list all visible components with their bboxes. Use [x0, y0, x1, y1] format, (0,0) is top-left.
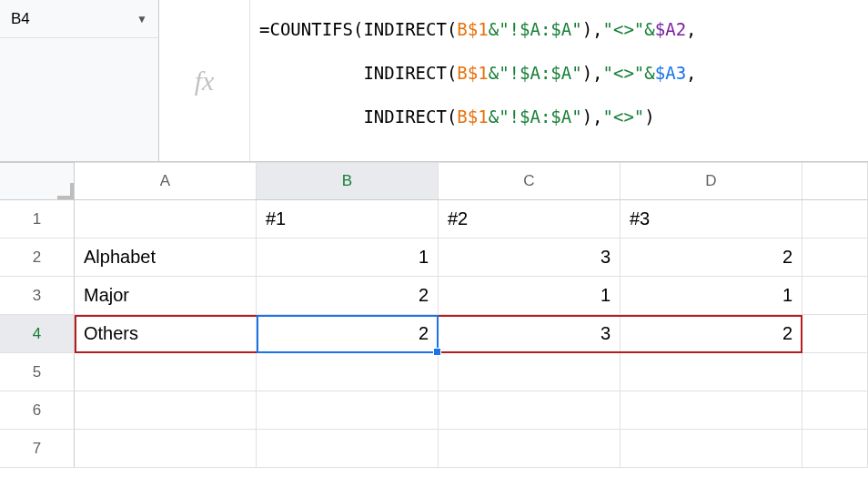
- formula-text: INDIRECT(: [259, 107, 457, 127]
- formula-punct: ,: [686, 63, 696, 83]
- formula-punct: ,: [686, 19, 696, 39]
- cell-E6[interactable]: [802, 391, 868, 430]
- cell-D5[interactable]: [621, 353, 802, 391]
- cell-B3[interactable]: 2: [257, 277, 439, 315]
- row-header-2[interactable]: 2: [0, 238, 75, 277]
- name-box-value: B4: [11, 10, 136, 28]
- cell-A2[interactable]: Alphabet: [75, 238, 257, 277]
- cell-E7[interactable]: [802, 430, 868, 468]
- row-7: 7: [0, 430, 868, 468]
- cell-A4[interactable]: Others: [75, 315, 257, 353]
- cell-B7[interactable]: [257, 430, 439, 468]
- formula-ref: B$1: [457, 107, 488, 127]
- col-header-extra[interactable]: [802, 162, 868, 200]
- cell-B4[interactable]: 2: [257, 315, 439, 353]
- row-header-5[interactable]: 5: [0, 353, 75, 391]
- cell-C2[interactable]: 3: [439, 238, 621, 277]
- name-box-wrap: B4 ▼: [0, 0, 159, 161]
- row-header-3[interactable]: 3: [0, 277, 75, 315]
- cell-D4[interactable]: 2: [621, 315, 802, 353]
- cell-A3[interactable]: Major: [75, 277, 257, 315]
- formula-bar-area: B4 ▼ fx =COUNTIFS(INDIRECT(B$1&"!$A:$A")…: [0, 0, 868, 162]
- col-header-A[interactable]: A: [75, 162, 257, 200]
- cell-B2[interactable]: 1: [257, 238, 439, 277]
- formula-op: &: [489, 107, 499, 127]
- cell-E1[interactable]: [802, 200, 868, 238]
- formula-punct: ): [582, 107, 592, 127]
- formula-punct: ): [644, 107, 654, 127]
- name-box-spacer: [0, 38, 158, 161]
- row-6: 6: [0, 391, 868, 430]
- column-header-row: A B C D: [0, 162, 868, 200]
- formula-ref: B$1: [457, 19, 488, 39]
- cell-C6[interactable]: [439, 391, 621, 430]
- formula-ref: $A2: [655, 19, 686, 39]
- row-2: 2 Alphabet 1 3 2: [0, 238, 868, 277]
- row-header-6[interactable]: 6: [0, 391, 75, 430]
- cell-B1[interactable]: #1: [257, 200, 439, 238]
- cell-D3[interactable]: 1: [621, 277, 802, 315]
- cell-C3[interactable]: 1: [439, 277, 621, 315]
- name-box-dropdown-icon[interactable]: ▼: [136, 13, 147, 25]
- formula-punct: ): [582, 19, 592, 39]
- row-3: 3 Major 2 1 1: [0, 277, 868, 315]
- formula-ref: B$1: [457, 63, 488, 83]
- cell-C7[interactable]: [439, 430, 621, 468]
- formula-punct: ): [582, 63, 592, 83]
- cell-D1[interactable]: #3: [621, 200, 802, 238]
- col-header-C[interactable]: C: [439, 162, 621, 200]
- cell-B5[interactable]: [257, 353, 439, 391]
- formula-input[interactable]: =COUNTIFS(INDIRECT(B$1&"!$A:$A"),"<>"&$A…: [250, 0, 868, 161]
- row-header-7[interactable]: 7: [0, 430, 75, 468]
- formula-str: "<>": [603, 63, 645, 83]
- formula-str: "!$A:$A": [499, 63, 582, 83]
- col-header-D[interactable]: D: [621, 162, 802, 200]
- formula-text: INDIRECT(: [259, 63, 457, 83]
- row-1: 1 #1 #2 #3: [0, 200, 868, 238]
- cell-C1[interactable]: #2: [439, 200, 621, 238]
- row-4: 4 Others 2 3 2: [0, 315, 868, 353]
- formula-str: "!$A:$A": [499, 107, 582, 127]
- fx-label: fx: [195, 66, 215, 96]
- grid: A B C D 1 #1 #2 #3 2 Alphabet 1 3 2 3 Ma…: [0, 162, 868, 468]
- select-all-corner[interactable]: [0, 162, 75, 200]
- formula-str: "<>": [603, 19, 645, 39]
- cell-E2[interactable]: [802, 238, 868, 277]
- row-5: 5: [0, 353, 868, 391]
- col-header-B[interactable]: B: [257, 162, 439, 200]
- cell-D2[interactable]: 2: [621, 238, 802, 277]
- cell-D7[interactable]: [621, 430, 802, 468]
- cell-E3[interactable]: [802, 277, 868, 315]
- cell-D6[interactable]: [621, 391, 802, 430]
- cell-A6[interactable]: [75, 391, 257, 430]
- formula-text: =COUNTIFS(INDIRECT(: [259, 19, 457, 39]
- formula-ref: $A3: [655, 63, 686, 83]
- cell-E4[interactable]: [802, 315, 868, 353]
- formula-str: "<>": [603, 107, 645, 127]
- fx-indicator: fx: [159, 0, 250, 161]
- row-header-4[interactable]: 4: [0, 315, 75, 353]
- cell-A7[interactable]: [75, 430, 257, 468]
- formula-punct: ,: [592, 19, 602, 39]
- row-header-1[interactable]: 1: [0, 200, 75, 238]
- formula-op: &: [489, 63, 499, 83]
- cell-B6[interactable]: [257, 391, 439, 430]
- formula-punct: ,: [592, 63, 602, 83]
- formula-punct: ,: [592, 107, 602, 127]
- cell-C5[interactable]: [439, 353, 621, 391]
- formula-op: &: [644, 63, 654, 83]
- formula-str: "!$A:$A": [499, 19, 582, 39]
- formula-op: &: [644, 19, 654, 39]
- formula-op: &: [489, 19, 499, 39]
- cell-A5[interactable]: [75, 353, 257, 391]
- cell-A1[interactable]: [75, 200, 257, 238]
- cell-E5[interactable]: [802, 353, 868, 391]
- cell-C4[interactable]: 3: [439, 315, 621, 353]
- name-box[interactable]: B4 ▼: [0, 0, 158, 38]
